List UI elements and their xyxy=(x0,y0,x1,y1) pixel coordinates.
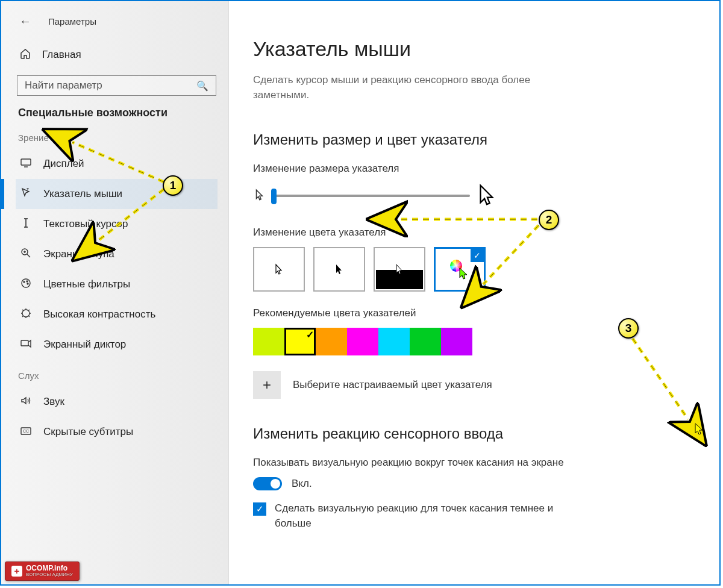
svg-line-19 xyxy=(29,316,30,317)
pointer-color-options: ✓ xyxy=(253,247,690,292)
custom-color-label: Выберите настраиваемый цвет указателя xyxy=(293,379,492,391)
sidebar-item-label: Высокая контрастность xyxy=(43,308,155,321)
svg-rect-0 xyxy=(21,159,31,165)
search-field[interactable] xyxy=(25,80,196,92)
swatch-cyan[interactable] xyxy=(378,328,410,355)
page-subtitle: Сделать курсор мыши и реакцию сенсорного… xyxy=(253,73,566,102)
sidebar-item-label: Звук xyxy=(43,396,64,408)
text-cursor-icon xyxy=(19,217,33,231)
sidebar-item-label: Экранный диктор xyxy=(43,339,126,351)
home-icon xyxy=(19,48,31,62)
section-touch-heading: Изменить реакцию сенсорного ввода xyxy=(253,425,690,442)
pointer-icon xyxy=(19,187,33,201)
pointer-size-slider[interactable] xyxy=(271,195,470,197)
search-input[interactable]: 🔍 xyxy=(17,75,216,96)
app-title: Параметры xyxy=(48,16,96,27)
sidebar-item-label: Цветные фильтры xyxy=(43,278,130,290)
yellow-cursor-icon xyxy=(694,423,705,439)
sidebar-item-label: Текстовый курсор xyxy=(43,218,128,230)
sidebar-item-label: Экранная лупа xyxy=(43,248,114,260)
section-title: Специальные возможности xyxy=(18,107,218,119)
sidebar-item-label: Скрытые субтитры xyxy=(43,426,133,438)
captions-icon: CC xyxy=(19,425,33,439)
svg-line-18 xyxy=(22,310,23,311)
narrator-icon xyxy=(19,337,33,352)
toggle-state-label: Вкл. xyxy=(292,478,312,490)
svg-point-11 xyxy=(27,281,28,282)
swatch-lime[interactable] xyxy=(253,328,284,355)
svg-line-6 xyxy=(27,254,30,257)
swatch-green[interactable] xyxy=(410,328,441,355)
annotation-badge-3: 3 xyxy=(618,318,639,339)
svg-rect-22 xyxy=(21,340,28,346)
home-label: Главная xyxy=(42,49,81,61)
svg-point-10 xyxy=(23,281,25,283)
pointer-color-white[interactable] xyxy=(253,247,305,292)
svg-line-20 xyxy=(22,316,23,317)
swatch-orange[interactable] xyxy=(316,328,347,355)
sidebar-item-magnifier[interactable]: Экранная лупа xyxy=(16,239,218,269)
sidebar-item-text-cursor[interactable]: Текстовый курсор xyxy=(16,209,218,239)
annotation-badge-1: 1 xyxy=(163,175,183,196)
sidebar: ← Параметры Главная 🔍 Специальные возмож… xyxy=(1,1,229,584)
sound-icon xyxy=(19,395,33,409)
section-size-color-heading: Изменить размер и цвет указателя xyxy=(253,131,690,148)
pointer-color-custom[interactable]: ✓ xyxy=(434,247,486,292)
swatch-purple[interactable] xyxy=(441,328,472,355)
watermark-plus-icon: + xyxy=(11,566,22,577)
touch-darker-label: Сделать визуальную реакцию для точек кас… xyxy=(275,501,590,531)
group-vision-label: Зрение xyxy=(18,133,218,143)
svg-text:CC: CC xyxy=(23,429,29,433)
touch-darker-checkbox[interactable]: ✓ xyxy=(253,502,266,516)
watermark-subtext: ВОПРОСЫ АДМИНУ xyxy=(26,572,73,578)
main-content: Указатель мыши Сделать курсор мыши и реа… xyxy=(229,1,719,584)
contrast-icon xyxy=(19,307,33,322)
svg-point-12 xyxy=(27,283,28,284)
back-button[interactable]: ← xyxy=(19,14,31,28)
sidebar-item-label: Указатель мыши xyxy=(43,188,122,200)
size-label: Изменение размера указателя xyxy=(253,163,690,175)
search-icon: 🔍 xyxy=(196,80,208,92)
svg-point-9 xyxy=(22,279,30,287)
sidebar-item-sound[interactable]: Звук xyxy=(16,387,218,417)
sidebar-item-mouse-pointer[interactable]: Указатель мыши xyxy=(16,179,218,209)
custom-color-button[interactable]: + xyxy=(253,371,281,399)
check-icon: ✓ xyxy=(471,249,484,262)
sidebar-item-high-contrast[interactable]: Высокая контрастность xyxy=(16,299,218,330)
sidebar-item-captions[interactable]: CC Скрытые субтитры xyxy=(16,417,218,447)
recommended-label: Рекомендуемые цвета указателей xyxy=(253,307,690,319)
annotation-badge-2: 2 xyxy=(539,210,559,230)
swatch-yellow[interactable]: ✓ xyxy=(284,328,316,355)
sidebar-item-display[interactable]: Дисплей xyxy=(16,149,218,179)
magnifier-icon xyxy=(19,247,33,261)
slider-thumb[interactable] xyxy=(271,189,277,204)
svg-line-21 xyxy=(29,310,30,311)
large-cursor-icon xyxy=(475,183,498,208)
pointer-color-inverted[interactable] xyxy=(374,247,425,292)
sidebar-item-label: Дисплей xyxy=(43,158,84,170)
pointer-color-black[interactable] xyxy=(313,247,365,292)
color-label: Изменение цвета указателя xyxy=(253,227,690,239)
sidebar-item-color-filters[interactable]: Цветные фильтры xyxy=(16,269,218,299)
swatch-magenta[interactable] xyxy=(347,328,378,355)
display-icon xyxy=(19,157,33,171)
page-title: Указатель мыши xyxy=(253,37,690,61)
check-icon: ✓ xyxy=(306,329,314,340)
touch-feedback-toggle[interactable] xyxy=(253,477,282,490)
small-cursor-icon xyxy=(253,188,266,204)
watermark-text: OCOMP.info xyxy=(26,564,67,572)
touch-desc: Показывать визуальную реакцию вокруг точ… xyxy=(253,457,578,469)
sidebar-item-narrator[interactable]: Экранный диктор xyxy=(16,330,218,360)
palette-icon xyxy=(19,277,33,292)
svg-point-13 xyxy=(22,310,30,317)
home-button[interactable]: Главная xyxy=(16,37,218,72)
group-hearing-label: Слух xyxy=(18,371,218,381)
watermark: + OCOMP.info ВОПРОСЫ АДМИНУ xyxy=(5,561,80,581)
